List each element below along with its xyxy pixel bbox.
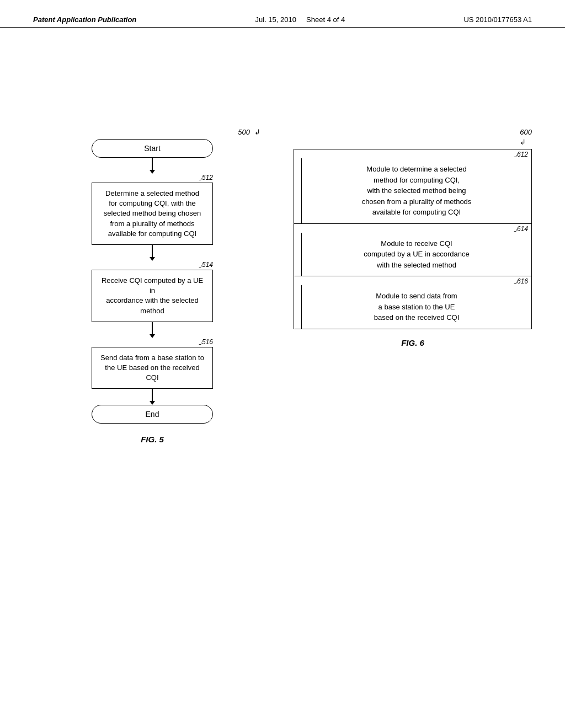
fig6-ref-612-row: ⌟612 (294, 149, 531, 158)
header-patent-number: US 2010/0177653 A1 (463, 15, 532, 24)
fig6-ref-612: ⌟612 (514, 151, 528, 158)
fig6-612-text: Module to determine a selectedmethod for… (302, 158, 531, 223)
fig6-caption: FIG. 6 (401, 338, 424, 347)
fig5-ref-514: ⌟514 (199, 261, 213, 269)
fig5-box-514: Receive CQI computed by a UE inaccordanc… (92, 270, 213, 322)
fig5-box-516: Send data from a base station tothe UE b… (92, 347, 213, 389)
arrow-line (152, 322, 153, 334)
diagrams-container: 500 ↲ Start ⌟512 Determine a selected me… (33, 127, 532, 444)
fig5-end-box: End (92, 405, 213, 424)
fig5-label-row: 500 ↲ (238, 127, 260, 137)
fig6-616-text: Module to send data froma base station t… (302, 285, 531, 329)
fig5-step-516: ⌟516 Send data from a base station tothe… (33, 338, 271, 389)
fig6-614-text: Module to receive CQIcomputed by a UE in… (302, 233, 531, 276)
fig6-614-row: Module to receive CQIcomputed by a UE in… (294, 233, 531, 277)
fig5-step-512: ⌟512 Determine a selected methodfor comp… (33, 174, 271, 245)
fig6-module-614: ⌟614 Module to receive CQIcomputed by a … (294, 224, 531, 277)
fig6-diagram: 600 ↲ ⌟612 Module to determine a selecte… (294, 127, 532, 444)
header-date-sheet: Jul. 15, 2010 Sheet 4 of 4 (255, 15, 345, 24)
fig6-616-row: Module to send data froma base station t… (294, 285, 531, 329)
fig5-arrow-2 (150, 322, 155, 338)
arrow-line (152, 245, 153, 257)
fig5-end-row: End (33, 405, 271, 424)
fig6-612-row: Module to determine a selectedmethod for… (294, 158, 531, 224)
fig5-step-512-header: ⌟512 (92, 174, 213, 181)
fig6-ref-614-row: ⌟614 (294, 224, 531, 233)
fig6-ref-number: 600 (520, 128, 532, 136)
header-sheet: Sheet 4 of 4 (306, 15, 345, 24)
main-content: 500 ↲ Start ⌟512 Determine a selected me… (0, 28, 565, 466)
fig5-start-row: Start (33, 139, 271, 158)
arrowhead (150, 257, 155, 261)
fig5-ref-512: ⌟512 (199, 174, 213, 181)
fig6-module-612: ⌟612 Module to determine a selectedmetho… (294, 149, 531, 224)
fig6-label-row: 600 ↲ (520, 127, 532, 147)
fig5-step-516-header: ⌟516 (92, 338, 213, 346)
fig5-arrow-1 (150, 245, 155, 261)
fig6-caption-row: FIG. 6 (401, 338, 424, 348)
fig6-ref-616-row: ⌟616 (294, 276, 531, 285)
fig6-612-connector (294, 158, 302, 223)
fig6-module-616: ⌟616 Module to send data froma base stat… (294, 276, 531, 329)
arrowhead (150, 170, 155, 174)
fig5-step-514-header: ⌟514 (92, 261, 213, 269)
fig5-ref-516: ⌟516 (199, 338, 213, 346)
page-header: Patent Application Publication Jul. 15, … (0, 0, 565, 28)
header-date: Jul. 15, 2010 (255, 15, 296, 24)
fig5-ref-number: 500 (238, 128, 250, 136)
fig6-arrow-icon: ↲ (520, 138, 526, 146)
fig5-box-512: Determine a selected methodfor computing… (92, 183, 213, 245)
fig6-ref-614: ⌟614 (514, 225, 528, 233)
fig6-ref-616: ⌟616 (514, 277, 528, 285)
header-publication-type: Patent Application Publication (33, 15, 136, 24)
arrowhead (150, 334, 155, 338)
fig6-outer-box: ⌟612 Module to determine a selectedmetho… (294, 149, 532, 329)
fig6-614-connector (294, 233, 302, 276)
fig5-arrow-3 (150, 389, 155, 405)
fig6-616-connector (294, 285, 302, 329)
fig5-start-box: Start (92, 139, 213, 158)
fig5-arrow-0 (150, 158, 155, 174)
fig5-arrow-icon: ↲ (254, 128, 260, 136)
fig5-step-514: ⌟514 Receive CQI computed by a UE inacco… (33, 261, 271, 322)
arrow-line (152, 158, 153, 170)
fig5-caption: FIG. 5 (141, 435, 164, 444)
fig5-diagram: 500 ↲ Start ⌟512 Determine a selected me… (33, 127, 271, 444)
arrowhead (150, 401, 155, 405)
arrow-line (152, 389, 153, 401)
